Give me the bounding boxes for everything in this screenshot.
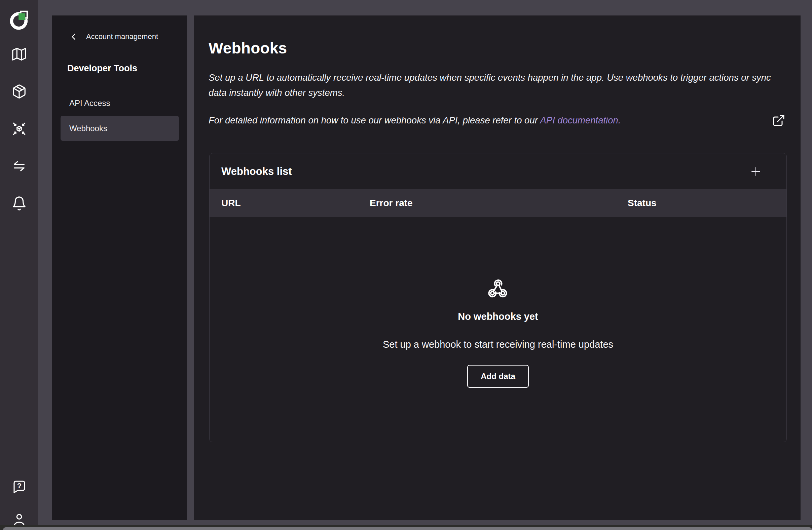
webhooks-page: Webhooks Set up a URL to automatically r… xyxy=(194,15,800,520)
notifications-bell-icon[interactable] xyxy=(12,196,27,211)
column-header-error-rate: Error rate xyxy=(370,198,628,208)
card-title: Webhooks list xyxy=(221,165,292,178)
user-person-icon[interactable] xyxy=(11,512,27,525)
package-icon[interactable] xyxy=(12,84,27,99)
rail-nav xyxy=(12,46,27,211)
page-description: Set up a URL to automatically receive re… xyxy=(208,70,785,100)
section-title: Developer Tools xyxy=(67,63,187,74)
consolidate-cube-icon[interactable] xyxy=(12,121,27,136)
page-title: Webhooks xyxy=(208,39,785,57)
subnav-item-label: Webhooks xyxy=(69,124,107,133)
external-link-icon[interactable] xyxy=(772,114,785,127)
api-documentation-link[interactable]: API documentation. xyxy=(540,115,621,126)
map-icon[interactable] xyxy=(12,46,27,62)
settings-subnav: Account management Developer Tools API A… xyxy=(52,15,187,520)
empty-state: No webhooks yet Set up a webhook to star… xyxy=(209,217,786,388)
empty-state-title: No webhooks yet xyxy=(458,311,538,322)
api-note-text: For detailed information on how to use o… xyxy=(208,115,540,126)
column-header-url: URL xyxy=(209,198,370,208)
column-header-status: Status xyxy=(628,198,786,208)
subnav-item-api-access[interactable]: API Access xyxy=(60,90,179,116)
icon-rail: ? xyxy=(0,0,38,525)
back-label: Account management xyxy=(86,32,158,41)
api-note-row: For detailed information on how to use o… xyxy=(208,114,785,127)
help-bubble-icon[interactable]: ? xyxy=(11,479,27,495)
webhooks-list-card: Webhooks list URL Error rate Status xyxy=(209,153,787,442)
transfer-arrows-icon[interactable] xyxy=(12,158,27,174)
card-header: Webhooks list xyxy=(209,153,786,189)
webhook-icon xyxy=(488,278,509,300)
chevron-left-icon xyxy=(70,32,78,42)
add-webhook-plus-icon[interactable] xyxy=(750,166,762,177)
back-to-account-management[interactable]: Account management xyxy=(70,32,187,42)
dock-bar xyxy=(3,527,812,530)
svg-text:?: ? xyxy=(17,482,21,490)
rail-bottom: ? xyxy=(11,479,27,525)
brand-logo[interactable] xyxy=(7,8,31,32)
subnav-items: API Access Webhooks xyxy=(60,90,179,141)
add-data-button[interactable]: Add data xyxy=(467,365,529,388)
subnav-item-webhooks[interactable]: Webhooks xyxy=(60,116,179,141)
empty-state-subtitle: Set up a webhook to start receiving real… xyxy=(383,339,613,350)
subnav-item-label: API Access xyxy=(69,99,110,108)
api-note: For detailed information on how to use o… xyxy=(208,115,621,126)
table-header-row: URL Error rate Status xyxy=(209,189,786,217)
